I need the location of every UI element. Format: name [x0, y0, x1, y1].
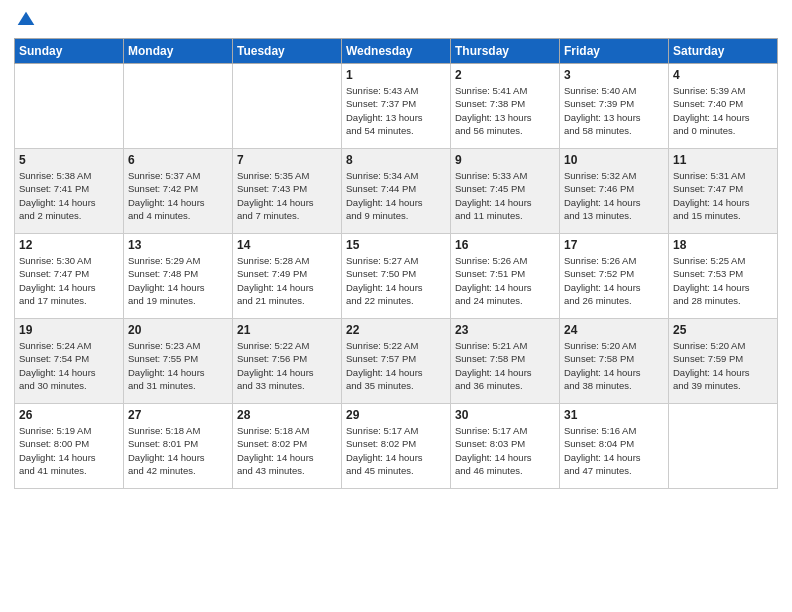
calendar-cell: 13Sunrise: 5:29 AMSunset: 7:48 PMDayligh… [124, 234, 233, 319]
day-number: 14 [237, 238, 337, 252]
day-number: 4 [673, 68, 773, 82]
day-number: 30 [455, 408, 555, 422]
calendar-cell: 4Sunrise: 5:39 AMSunset: 7:40 PMDaylight… [669, 64, 778, 149]
calendar-week-5: 26Sunrise: 5:19 AMSunset: 8:00 PMDayligh… [15, 404, 778, 489]
calendar-cell: 23Sunrise: 5:21 AMSunset: 7:58 PMDayligh… [451, 319, 560, 404]
calendar-cell: 22Sunrise: 5:22 AMSunset: 7:57 PMDayligh… [342, 319, 451, 404]
day-number: 12 [19, 238, 119, 252]
calendar-week-1: 1Sunrise: 5:43 AMSunset: 7:37 PMDaylight… [15, 64, 778, 149]
calendar-cell: 9Sunrise: 5:33 AMSunset: 7:45 PMDaylight… [451, 149, 560, 234]
logo [14, 10, 36, 30]
day-info: Sunrise: 5:18 AMSunset: 8:02 PMDaylight:… [237, 424, 337, 477]
calendar-cell: 6Sunrise: 5:37 AMSunset: 7:42 PMDaylight… [124, 149, 233, 234]
calendar-cell: 7Sunrise: 5:35 AMSunset: 7:43 PMDaylight… [233, 149, 342, 234]
day-info: Sunrise: 5:26 AMSunset: 7:51 PMDaylight:… [455, 254, 555, 307]
day-info: Sunrise: 5:18 AMSunset: 8:01 PMDaylight:… [128, 424, 228, 477]
day-number: 1 [346, 68, 446, 82]
day-number: 3 [564, 68, 664, 82]
day-number: 21 [237, 323, 337, 337]
calendar-cell [233, 64, 342, 149]
day-info: Sunrise: 5:24 AMSunset: 7:54 PMDaylight:… [19, 339, 119, 392]
day-info: Sunrise: 5:20 AMSunset: 7:59 PMDaylight:… [673, 339, 773, 392]
day-number: 8 [346, 153, 446, 167]
weekday-header-saturday: Saturday [669, 39, 778, 64]
calendar-week-2: 5Sunrise: 5:38 AMSunset: 7:41 PMDaylight… [15, 149, 778, 234]
calendar-week-3: 12Sunrise: 5:30 AMSunset: 7:47 PMDayligh… [15, 234, 778, 319]
day-info: Sunrise: 5:19 AMSunset: 8:00 PMDaylight:… [19, 424, 119, 477]
calendar: SundayMondayTuesdayWednesdayThursdayFrid… [14, 38, 778, 489]
day-info: Sunrise: 5:16 AMSunset: 8:04 PMDaylight:… [564, 424, 664, 477]
day-number: 11 [673, 153, 773, 167]
calendar-cell [669, 404, 778, 489]
day-info: Sunrise: 5:17 AMSunset: 8:03 PMDaylight:… [455, 424, 555, 477]
weekday-header-friday: Friday [560, 39, 669, 64]
day-info: Sunrise: 5:21 AMSunset: 7:58 PMDaylight:… [455, 339, 555, 392]
calendar-cell: 28Sunrise: 5:18 AMSunset: 8:02 PMDayligh… [233, 404, 342, 489]
calendar-cell: 12Sunrise: 5:30 AMSunset: 7:47 PMDayligh… [15, 234, 124, 319]
calendar-cell: 5Sunrise: 5:38 AMSunset: 7:41 PMDaylight… [15, 149, 124, 234]
day-number: 13 [128, 238, 228, 252]
day-number: 7 [237, 153, 337, 167]
day-info: Sunrise: 5:34 AMSunset: 7:44 PMDaylight:… [346, 169, 446, 222]
calendar-cell: 16Sunrise: 5:26 AMSunset: 7:51 PMDayligh… [451, 234, 560, 319]
calendar-cell: 14Sunrise: 5:28 AMSunset: 7:49 PMDayligh… [233, 234, 342, 319]
calendar-cell: 18Sunrise: 5:25 AMSunset: 7:53 PMDayligh… [669, 234, 778, 319]
calendar-cell: 31Sunrise: 5:16 AMSunset: 8:04 PMDayligh… [560, 404, 669, 489]
calendar-cell: 27Sunrise: 5:18 AMSunset: 8:01 PMDayligh… [124, 404, 233, 489]
calendar-cell: 29Sunrise: 5:17 AMSunset: 8:02 PMDayligh… [342, 404, 451, 489]
day-info: Sunrise: 5:27 AMSunset: 7:50 PMDaylight:… [346, 254, 446, 307]
calendar-cell: 17Sunrise: 5:26 AMSunset: 7:52 PMDayligh… [560, 234, 669, 319]
calendar-week-4: 19Sunrise: 5:24 AMSunset: 7:54 PMDayligh… [15, 319, 778, 404]
calendar-cell: 24Sunrise: 5:20 AMSunset: 7:58 PMDayligh… [560, 319, 669, 404]
day-info: Sunrise: 5:40 AMSunset: 7:39 PMDaylight:… [564, 84, 664, 137]
weekday-header-row: SundayMondayTuesdayWednesdayThursdayFrid… [15, 39, 778, 64]
day-info: Sunrise: 5:22 AMSunset: 7:57 PMDaylight:… [346, 339, 446, 392]
day-info: Sunrise: 5:29 AMSunset: 7:48 PMDaylight:… [128, 254, 228, 307]
day-number: 25 [673, 323, 773, 337]
calendar-cell: 1Sunrise: 5:43 AMSunset: 7:37 PMDaylight… [342, 64, 451, 149]
day-info: Sunrise: 5:17 AMSunset: 8:02 PMDaylight:… [346, 424, 446, 477]
day-number: 24 [564, 323, 664, 337]
day-info: Sunrise: 5:25 AMSunset: 7:53 PMDaylight:… [673, 254, 773, 307]
page-container: SundayMondayTuesdayWednesdayThursdayFrid… [0, 0, 792, 499]
day-number: 9 [455, 153, 555, 167]
calendar-cell: 3Sunrise: 5:40 AMSunset: 7:39 PMDaylight… [560, 64, 669, 149]
calendar-cell: 19Sunrise: 5:24 AMSunset: 7:54 PMDayligh… [15, 319, 124, 404]
day-info: Sunrise: 5:28 AMSunset: 7:49 PMDaylight:… [237, 254, 337, 307]
calendar-cell: 10Sunrise: 5:32 AMSunset: 7:46 PMDayligh… [560, 149, 669, 234]
day-info: Sunrise: 5:22 AMSunset: 7:56 PMDaylight:… [237, 339, 337, 392]
calendar-cell: 2Sunrise: 5:41 AMSunset: 7:38 PMDaylight… [451, 64, 560, 149]
weekday-header-wednesday: Wednesday [342, 39, 451, 64]
day-number: 17 [564, 238, 664, 252]
day-number: 18 [673, 238, 773, 252]
day-info: Sunrise: 5:41 AMSunset: 7:38 PMDaylight:… [455, 84, 555, 137]
day-number: 23 [455, 323, 555, 337]
calendar-cell: 26Sunrise: 5:19 AMSunset: 8:00 PMDayligh… [15, 404, 124, 489]
weekday-header-sunday: Sunday [15, 39, 124, 64]
day-number: 20 [128, 323, 228, 337]
day-info: Sunrise: 5:23 AMSunset: 7:55 PMDaylight:… [128, 339, 228, 392]
weekday-header-tuesday: Tuesday [233, 39, 342, 64]
calendar-cell: 20Sunrise: 5:23 AMSunset: 7:55 PMDayligh… [124, 319, 233, 404]
logo-icon [16, 10, 36, 30]
calendar-cell: 8Sunrise: 5:34 AMSunset: 7:44 PMDaylight… [342, 149, 451, 234]
day-info: Sunrise: 5:32 AMSunset: 7:46 PMDaylight:… [564, 169, 664, 222]
day-info: Sunrise: 5:20 AMSunset: 7:58 PMDaylight:… [564, 339, 664, 392]
day-number: 15 [346, 238, 446, 252]
day-number: 22 [346, 323, 446, 337]
day-number: 10 [564, 153, 664, 167]
day-number: 31 [564, 408, 664, 422]
day-info: Sunrise: 5:35 AMSunset: 7:43 PMDaylight:… [237, 169, 337, 222]
day-info: Sunrise: 5:43 AMSunset: 7:37 PMDaylight:… [346, 84, 446, 137]
day-info: Sunrise: 5:38 AMSunset: 7:41 PMDaylight:… [19, 169, 119, 222]
weekday-header-thursday: Thursday [451, 39, 560, 64]
day-number: 6 [128, 153, 228, 167]
calendar-cell: 15Sunrise: 5:27 AMSunset: 7:50 PMDayligh… [342, 234, 451, 319]
day-number: 26 [19, 408, 119, 422]
day-number: 19 [19, 323, 119, 337]
calendar-cell: 25Sunrise: 5:20 AMSunset: 7:59 PMDayligh… [669, 319, 778, 404]
day-info: Sunrise: 5:31 AMSunset: 7:47 PMDaylight:… [673, 169, 773, 222]
day-number: 5 [19, 153, 119, 167]
day-number: 29 [346, 408, 446, 422]
day-info: Sunrise: 5:37 AMSunset: 7:42 PMDaylight:… [128, 169, 228, 222]
